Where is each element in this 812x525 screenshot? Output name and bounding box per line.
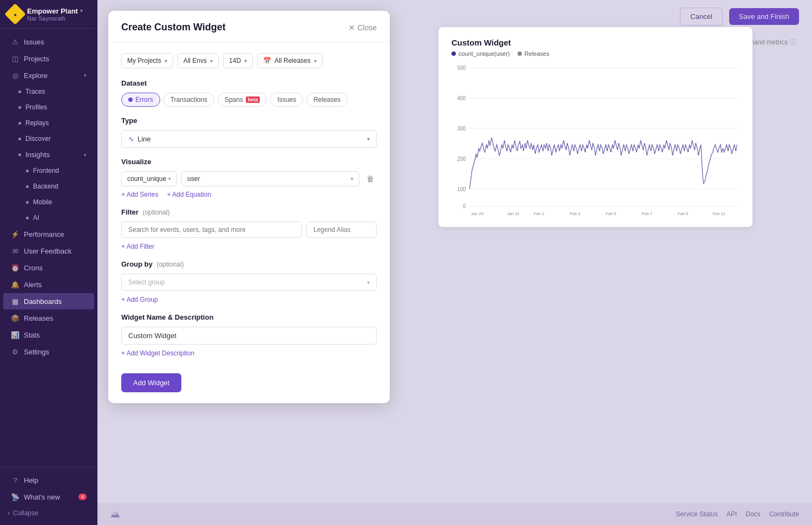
sidebar-item-releases[interactable]: 📦 Releases bbox=[3, 310, 94, 326]
sidebar-item-frontend[interactable]: Frontend bbox=[3, 163, 94, 178]
filter-search-row bbox=[121, 222, 377, 238]
env-filter-dropdown[interactable]: All Envs ▾ bbox=[178, 53, 219, 68]
sidebar-item-mobile[interactable]: Mobile bbox=[3, 195, 94, 210]
sidebar-item-label: Insights bbox=[25, 151, 50, 159]
svg-text:300: 300 bbox=[457, 126, 466, 132]
sidebar-item-profiles[interactable]: Profiles bbox=[3, 100, 94, 115]
legend-label-0: count_unique(user) bbox=[459, 50, 510, 57]
sidebar-item-explore[interactable]: ◎ Explore ▾ bbox=[3, 67, 94, 83]
svg-text:00:00: 00:00 bbox=[606, 216, 617, 216]
sidebar-item-label: Backend bbox=[33, 183, 58, 190]
issues-icon: ⚠ bbox=[11, 37, 19, 46]
collapse-button[interactable]: ‹ Collapse bbox=[0, 505, 97, 521]
add-group-link[interactable]: + Add Group bbox=[121, 296, 158, 303]
sidebar-item-traces[interactable]: Traces bbox=[3, 84, 94, 99]
add-filter-link[interactable]: + Add Filter bbox=[121, 243, 154, 250]
line-chart-icon: ∿ bbox=[128, 135, 134, 143]
dot-icon bbox=[26, 170, 29, 172]
sidebar-item-performance[interactable]: ⚡ Performance bbox=[3, 226, 94, 242]
dialog-overlay: Create Custom Widget ✕ Close My Projects… bbox=[97, 0, 812, 525]
caret-icon: ▾ bbox=[367, 280, 370, 286]
sidebar-item-insights[interactable]: Insights ▾ bbox=[3, 147, 94, 163]
project-filter-dropdown[interactable]: My Projects ▾ bbox=[121, 53, 173, 68]
sidebar-item-dashboards[interactable]: ▦ Dashboards bbox=[3, 293, 94, 309]
delete-series-button[interactable]: 🗑 bbox=[364, 172, 377, 186]
optional-label: (optional) bbox=[156, 261, 184, 268]
filter-search-input[interactable] bbox=[121, 222, 302, 238]
sidebar-item-issues[interactable]: ⚠ Issues bbox=[3, 34, 94, 50]
sidebar-item-discover[interactable]: Discover bbox=[3, 131, 94, 146]
dataset-chip-spans[interactable]: Spans beta bbox=[218, 93, 267, 107]
sidebar-item-replays[interactable]: Replays bbox=[3, 115, 94, 131]
dataset-options: Errors Transactions Spans beta Issues bbox=[121, 93, 377, 107]
dialog-close-button[interactable]: ✕ Close bbox=[349, 23, 377, 32]
filter-section: Filter (optional) + Add Filter bbox=[121, 208, 377, 250]
dataset-chip-transactions[interactable]: Transactions bbox=[163, 93, 214, 107]
legend-row: count_unique(user) Releases bbox=[451, 50, 739, 57]
crons-icon: ⏰ bbox=[11, 263, 19, 272]
group-by-label: Group by (optional) bbox=[121, 260, 377, 268]
type-select[interactable]: ∿ Line ▾ bbox=[121, 130, 377, 148]
add-series-link[interactable]: + Add Series bbox=[121, 191, 158, 198]
stats-icon: 📊 bbox=[11, 330, 19, 339]
add-equation-link[interactable]: + Add Equation bbox=[167, 191, 211, 198]
sidebar-item-label: Settings bbox=[24, 348, 49, 356]
widget-name-section: Widget Name & Description + Add Widget D… bbox=[121, 313, 377, 357]
dataset-chip-errors[interactable]: Errors bbox=[121, 93, 160, 107]
alerts-icon: 🔔 bbox=[11, 280, 19, 289]
dot-icon bbox=[18, 90, 21, 93]
sidebar-item-label: Profiles bbox=[25, 103, 47, 111]
filter-section-label: Filter (optional) bbox=[121, 208, 377, 216]
sidebar-item-label: Projects bbox=[24, 55, 49, 63]
dashboards-icon: ▦ bbox=[11, 297, 19, 306]
preview-panel: Custom Widget count_unique(user) Release… bbox=[390, 11, 801, 243]
explore-icon: ◎ bbox=[11, 71, 19, 80]
dot-icon bbox=[18, 106, 21, 109]
sidebar-item-label: Releases bbox=[24, 314, 53, 322]
sidebar-item-label: Traces bbox=[25, 88, 45, 95]
add-description-link[interactable]: + Add Widget Description bbox=[121, 349, 194, 357]
sidebar-item-ai[interactable]: AI bbox=[3, 210, 94, 225]
sidebar-item-whats-new[interactable]: 📡 What's new 4 bbox=[3, 489, 94, 505]
env-filter-label: All Envs bbox=[184, 57, 207, 64]
group-select[interactable]: Select group ▾ bbox=[121, 274, 377, 291]
sidebar-item-label: Stats bbox=[24, 331, 40, 339]
whats-new-icon: 📡 bbox=[11, 492, 19, 501]
dot-icon bbox=[26, 185, 29, 188]
sidebar-item-user-feedback[interactable]: ✉ User Feedback bbox=[3, 243, 94, 259]
add-links-row: + Add Series + Add Equation bbox=[121, 191, 377, 198]
caret-icon: ▾ bbox=[351, 176, 353, 182]
time-filter-label: 14D bbox=[229, 57, 241, 64]
sidebar-item-help[interactable]: ? Help bbox=[3, 472, 94, 488]
sidebar: ⬥ Empower Plant ▾ Nar Saynorath ⚠ Issues… bbox=[0, 0, 97, 525]
sidebar-item-label: Replays bbox=[25, 119, 49, 127]
visualize-func-select[interactable]: count_unique ▾ bbox=[121, 171, 177, 186]
legend-alias-input[interactable] bbox=[306, 222, 377, 238]
dataset-chip-issues[interactable]: Issues bbox=[270, 93, 303, 107]
visualize-label: Visualize bbox=[121, 158, 377, 166]
sidebar-item-crons[interactable]: ⏰ Crons bbox=[3, 260, 94, 276]
badge: 4 bbox=[78, 494, 87, 500]
dataset-label: Dataset bbox=[121, 79, 377, 87]
visualize-field-select[interactable]: user ▾ bbox=[181, 171, 359, 186]
sidebar-item-label: Mobile bbox=[33, 198, 52, 206]
svg-text:00:00: 00:00 bbox=[569, 216, 580, 216]
svg-text:100: 100 bbox=[457, 186, 466, 192]
sidebar-bottom: ? Help 📡 What's new 4 ‹ Collapse bbox=[0, 466, 97, 525]
sidebar-item-backend[interactable]: Backend bbox=[3, 179, 94, 194]
sidebar-item-settings[interactable]: ⚙ Settings bbox=[3, 343, 94, 360]
sidebar-item-stats[interactable]: 📊 Stats bbox=[3, 327, 94, 343]
org-info: Empower Plant ▾ Nar Saynorath bbox=[27, 7, 83, 22]
visualize-section: Visualize count_unique ▾ user ▾ 🗑 bbox=[121, 158, 377, 198]
dataset-chip-releases[interactable]: Releases bbox=[306, 93, 348, 107]
sidebar-item-projects[interactable]: ◫ Projects bbox=[3, 50, 94, 67]
sidebar-header[interactable]: ⬥ Empower Plant ▾ Nar Saynorath bbox=[0, 0, 97, 29]
releases-icon: 📦 bbox=[11, 314, 19, 322]
widget-name-input[interactable] bbox=[121, 327, 377, 345]
time-filter-dropdown[interactable]: 14D ▾ bbox=[223, 53, 253, 68]
releases-filter-dropdown[interactable]: 📅 All Releases ▾ bbox=[257, 53, 323, 68]
add-widget-button[interactable]: Add Widget bbox=[121, 373, 181, 392]
projects-icon: ◫ bbox=[11, 54, 19, 63]
sidebar-item-alerts[interactable]: 🔔 Alerts bbox=[3, 276, 94, 293]
dot-icon bbox=[18, 122, 21, 125]
